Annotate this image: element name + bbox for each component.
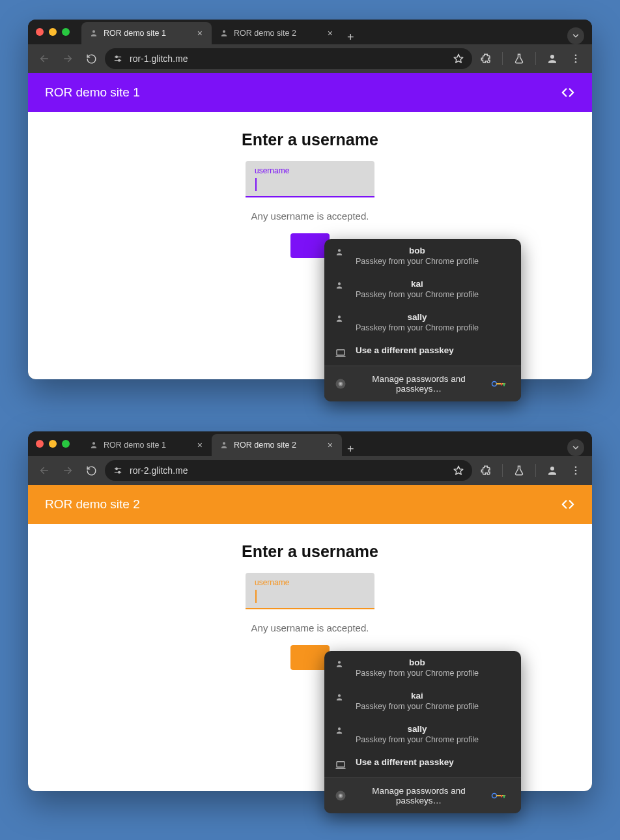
tab-title: ROR demo site 1	[104, 29, 166, 38]
passkey-name: sally	[356, 724, 479, 734]
tab-favicon-icon	[219, 29, 229, 38]
page-body: Enter a usernameusernameAny username is …	[28, 524, 592, 670]
laptop-icon	[335, 759, 346, 771]
app-header: ROR demo site 1	[28, 73, 592, 112]
toolbar-divider	[535, 464, 536, 477]
profile-button[interactable]	[542, 49, 562, 68]
window-zoom-button[interactable]	[62, 28, 70, 36]
svg-point-5	[119, 59, 120, 61]
passkey-option[interactable]: kaiPasskey from your Chrome profile	[324, 272, 521, 306]
tabstrip: ROR demo site 1×ROR demo site 2×+	[81, 20, 584, 44]
browser-window: ROR demo site 1×ROR demo site 2×+ror-1.g…	[28, 20, 592, 379]
labs-button[interactable]	[509, 49, 529, 68]
passkey-name: kai	[356, 279, 479, 289]
traffic-lights	[36, 440, 70, 448]
tab-close-icon[interactable]: ×	[328, 29, 333, 38]
passkey-option[interactable]: bobPasskey from your Chrome profile	[324, 651, 521, 684]
tabs-overflow-button[interactable]	[567, 439, 584, 456]
profile-button[interactable]	[542, 461, 562, 480]
tab-close-icon[interactable]: ×	[197, 29, 203, 38]
bookmark-star-icon[interactable]	[453, 53, 464, 65]
menu-button[interactable]	[566, 461, 585, 480]
passkey-desc: Passkey from your Chrome profile	[356, 702, 479, 711]
passkey-desc: Passkey from your Chrome profile	[356, 669, 479, 678]
passkey-option[interactable]: sallyPasskey from your Chrome profile	[324, 717, 521, 751]
new-tab-button[interactable]: +	[342, 31, 359, 44]
toolbar-divider	[502, 52, 503, 65]
svg-point-14	[339, 383, 341, 384]
traffic-lights	[36, 28, 70, 36]
person-icon	[335, 659, 346, 669]
browser-tab[interactable]: ROR demo site 2×	[212, 22, 342, 44]
use-different-passkey[interactable]: Use a different passkey	[324, 751, 521, 777]
person-icon	[335, 314, 346, 323]
browser-tab[interactable]: ROR demo site 2×	[212, 434, 342, 456]
passkey-option[interactable]: bobPasskey from your Chrome profile	[324, 239, 521, 272]
submit-button[interactable]	[290, 645, 330, 670]
passkey-option[interactable]: kaiPasskey from your Chrome profile	[324, 684, 521, 717]
manage-passwords[interactable]: Manage passwords and passkeys…	[324, 778, 521, 813]
tab-close-icon[interactable]: ×	[328, 441, 333, 450]
svg-point-33	[339, 794, 341, 796]
forward-button[interactable]	[58, 49, 78, 68]
window-minimize-button[interactable]	[49, 28, 57, 36]
menu-button[interactable]	[566, 49, 585, 68]
use-different-passkey[interactable]: Use a different passkey	[324, 339, 521, 366]
new-tab-button[interactable]: +	[342, 442, 359, 456]
svg-rect-17	[503, 383, 505, 386]
code-icon[interactable]	[561, 85, 575, 100]
svg-point-28	[575, 470, 577, 472]
hint-text: Any username is accepted.	[28, 622, 592, 633]
person-icon	[335, 726, 346, 735]
person-icon	[335, 693, 346, 702]
window-close-button[interactable]	[36, 440, 44, 448]
submit-button[interactable]	[290, 233, 330, 258]
labs-button[interactable]	[509, 461, 529, 480]
window-minimize-button[interactable]	[49, 440, 57, 448]
input-underline	[246, 608, 374, 610]
site-settings-icon[interactable]	[113, 53, 123, 64]
forward-button[interactable]	[58, 461, 78, 480]
svg-point-29	[575, 473, 577, 475]
key-icon	[491, 791, 511, 800]
tabstrip: ROR demo site 1×ROR demo site 2×+	[81, 431, 584, 456]
window-close-button[interactable]	[36, 28, 44, 36]
use-different-label: Use a different passkey	[356, 345, 454, 355]
passkey-option[interactable]: sallyPasskey from your Chrome profile	[324, 306, 521, 339]
tab-close-icon[interactable]: ×	[197, 441, 203, 450]
window-zoom-button[interactable]	[62, 440, 70, 448]
svg-point-8	[575, 54, 577, 56]
bookmark-star-icon[interactable]	[453, 465, 464, 476]
username-input[interactable]: username	[246, 161, 374, 197]
manage-passwords[interactable]: Manage passwords and passkeys…	[324, 366, 521, 401]
extensions-button[interactable]	[476, 49, 496, 68]
text-cursor	[255, 590, 257, 603]
reload-button[interactable]	[81, 461, 101, 480]
page-title: Enter a username	[28, 130, 592, 149]
tab-title: ROR demo site 1	[104, 441, 166, 450]
reload-button[interactable]	[81, 49, 101, 68]
back-button[interactable]	[35, 461, 54, 480]
address-bar[interactable]: ror-2.glitch.me	[105, 460, 472, 481]
svg-point-9	[575, 58, 577, 60]
browser-window: ROR demo site 1×ROR demo site 2×+ror-2.g…	[28, 431, 592, 791]
browser-tab[interactable]: ROR demo site 1×	[81, 22, 212, 44]
passkey-desc: Passkey from your Chrome profile	[356, 323, 479, 332]
browser-tab[interactable]: ROR demo site 1×	[81, 434, 212, 456]
address-bar[interactable]: ror-1.glitch.me	[105, 48, 472, 69]
site-settings-icon[interactable]	[113, 465, 123, 476]
svg-point-24	[119, 471, 120, 473]
toolbar-divider	[535, 52, 536, 65]
tab-favicon-icon	[89, 441, 98, 450]
code-icon[interactable]	[561, 497, 575, 512]
chrome-icon	[335, 378, 346, 390]
username-input[interactable]: username	[246, 573, 374, 609]
svg-rect-11	[337, 350, 345, 355]
tabs-overflow-button[interactable]	[567, 27, 584, 44]
app-title: ROR demo site 2	[45, 497, 140, 512]
extensions-button[interactable]	[476, 461, 496, 480]
use-different-label: Use a different passkey	[356, 757, 454, 767]
back-button[interactable]	[35, 49, 54, 68]
svg-point-15	[492, 382, 497, 386]
page-title: Enter a username	[28, 542, 592, 561]
